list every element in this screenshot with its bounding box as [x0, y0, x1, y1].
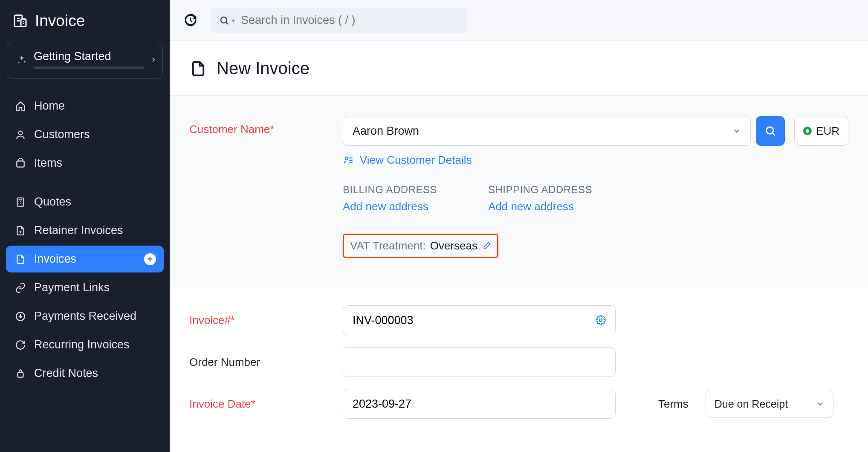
sidebar-item-recurring-invoices[interactable]: Recurring Invoices: [6, 331, 164, 358]
calculator-icon: [14, 196, 26, 208]
terms-value: Due on Receipt: [715, 398, 788, 410]
view-customer-details-link[interactable]: View Customer Details: [343, 154, 848, 167]
star-doc-icon: [14, 225, 26, 237]
svg-rect-7: [17, 161, 24, 167]
sidebar-item-invoices[interactable]: Invoices +: [6, 246, 164, 272]
sidebar-item-customers[interactable]: Customers: [6, 121, 164, 148]
history-button[interactable]: [182, 12, 199, 29]
sidebar-item-label: Credit Notes: [34, 367, 98, 380]
sidebar-item-label: Quotes: [34, 195, 71, 209]
invoice-details-section: Invoice#* Order Number: [170, 287, 868, 449]
billing-address-header: BILLING ADDRESS: [343, 184, 437, 196]
sidebar-nav: Home Customers Items Quotes Retainer Inv…: [0, 89, 170, 392]
sidebar-item-payment-links[interactable]: Payment Links: [6, 274, 164, 301]
new-document-icon: [189, 60, 207, 78]
terms-label: Terms: [658, 397, 689, 411]
page-title: New Invoice: [217, 59, 310, 78]
vat-treatment-box: VAT Treatment: Overseas: [343, 234, 498, 258]
svg-rect-17: [18, 372, 23, 377]
sidebar-item-label: Customers: [34, 128, 90, 141]
sparkle-icon: [17, 55, 27, 65]
sidebar-item-credit-notes[interactable]: Credit Notes: [6, 360, 164, 387]
order-number-field[interactable]: [343, 347, 616, 377]
customer-search-button[interactable]: [756, 116, 785, 146]
customer-name-value: Aaron Brown: [353, 125, 419, 138]
currency-badge[interactable]: EUR: [794, 116, 848, 146]
chevron-down-icon: ▾: [232, 17, 235, 24]
chevron-right-icon: [150, 56, 157, 64]
bag-icon: [14, 157, 26, 169]
svg-point-6: [19, 131, 23, 135]
invoice-number-settings-button[interactable]: [596, 315, 606, 325]
add-invoice-button[interactable]: +: [144, 253, 156, 265]
sidebar-item-quotes[interactable]: Quotes: [6, 188, 164, 215]
shipping-address-header: SHIPPING ADDRESS: [488, 184, 592, 196]
nav-spacer: [6, 178, 164, 187]
link-icon: [14, 282, 26, 294]
invoice-date-input[interactable]: [353, 397, 606, 411]
svg-point-23: [345, 157, 348, 160]
sidebar-item-home[interactable]: Home: [6, 93, 164, 119]
document-icon: [14, 253, 26, 265]
customer-section: Customer Name* Aaron Brown: [170, 96, 868, 287]
download-icon: [14, 310, 26, 322]
order-number-label: Order Number: [189, 356, 260, 368]
page-header: New Invoice: [170, 41, 868, 96]
order-number-input[interactable]: [353, 356, 606, 369]
sidebar-item-items[interactable]: Items: [6, 150, 164, 177]
user-icon: [14, 129, 26, 141]
invoice-number-input[interactable]: [353, 314, 596, 327]
sidebar-item-label: Recurring Invoices: [34, 338, 130, 351]
sidebar-item-label: Items: [34, 156, 62, 170]
getting-started-progress: [34, 67, 145, 69]
svg-line-22: [773, 133, 775, 135]
customer-name-label: Customer Name*: [189, 123, 274, 136]
search-scope-button[interactable]: ▾: [219, 15, 235, 26]
topbar: ▾: [170, 0, 868, 41]
chevron-down-icon: [816, 400, 825, 408]
app-title: Invoice: [35, 12, 85, 30]
sidebar-header: Invoice: [0, 5, 170, 42]
sidebar-item-label: Payments Received: [34, 310, 136, 323]
search-bar[interactable]: ▾: [211, 8, 466, 33]
sidebar-item-payments-received[interactable]: Payments Received: [6, 303, 164, 330]
add-billing-address-link[interactable]: Add new address: [343, 200, 428, 213]
edit-vat-button[interactable]: [482, 241, 491, 251]
customer-name-select[interactable]: Aaron Brown: [343, 116, 751, 146]
main: ▾ New Invoice Customer Name*: [170, 0, 868, 452]
invoice-date-label: Invoice Date*: [189, 397, 255, 410]
sidebar-item-label: Invoices: [34, 252, 76, 266]
terms-select[interactable]: Due on Receipt: [706, 390, 833, 418]
sidebar-item-label: Payment Links: [34, 281, 110, 294]
currency-dot-icon: [803, 127, 812, 135]
invoice-app-icon: [12, 13, 27, 29]
sidebar: Invoice Getting Started Home: [0, 0, 170, 452]
home-icon: [14, 100, 26, 112]
refresh-icon: [14, 339, 26, 351]
getting-started-card[interactable]: Getting Started: [7, 42, 163, 79]
invoice-number-label: Invoice#*: [189, 314, 235, 327]
vat-treatment-label: VAT Treatment:: [350, 239, 426, 252]
getting-started-label: Getting Started: [34, 50, 145, 63]
vat-treatment-value: Overseas: [430, 239, 477, 252]
sidebar-item-label: Retainer Invoices: [34, 224, 123, 237]
svg-line-20: [226, 22, 229, 24]
invoice-date-field[interactable]: [343, 389, 616, 419]
billing-address-block: BILLING ADDRESS Add new address: [343, 184, 437, 213]
svg-point-27: [599, 319, 602, 322]
search-input[interactable]: [241, 14, 458, 27]
invoice-number-field[interactable]: [343, 305, 616, 335]
chevron-down-icon: [732, 127, 741, 135]
add-shipping-address-link[interactable]: Add new address: [488, 200, 574, 213]
currency-label: EUR: [816, 125, 839, 138]
lock-doc-icon: [14, 368, 26, 380]
svg-point-21: [767, 127, 773, 134]
sidebar-item-label: Home: [34, 99, 65, 113]
shipping-address-block: SHIPPING ADDRESS Add new address: [488, 184, 592, 213]
sidebar-item-retainer-invoices[interactable]: Retainer Invoices: [6, 217, 164, 244]
svg-point-19: [221, 17, 227, 23]
user-list-icon: [343, 155, 354, 166]
